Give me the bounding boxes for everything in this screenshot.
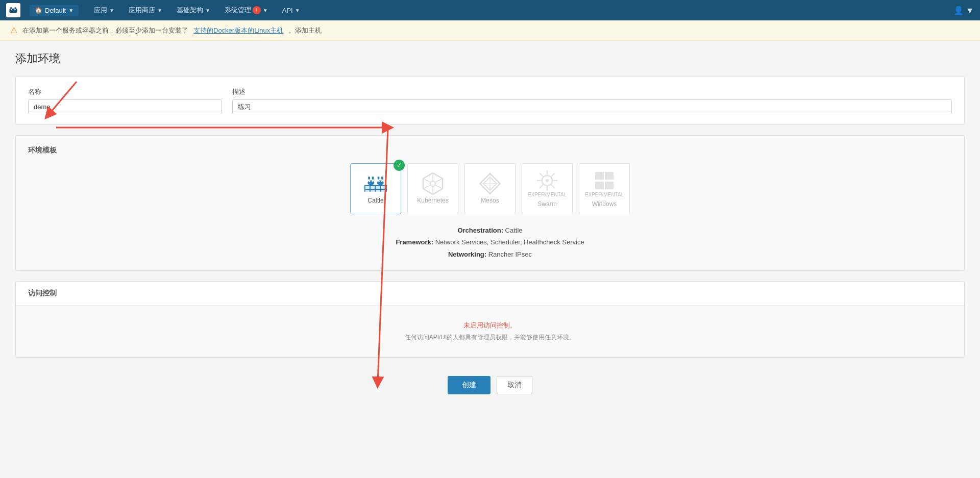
svg-line-41 [540,173,544,177]
svg-point-13 [368,181,374,185]
swarm-icon [535,170,559,191]
template-card-windows[interactable]: EXPERIMENTAL Windows [579,163,630,214]
cattle-check-badge: ✓ [394,160,405,171]
framework-label: Framework: [396,238,433,246]
navbar-brand [6,3,26,17]
svg-point-17 [372,181,373,182]
networking-value: Rancher IPsec [488,250,532,258]
svg-point-4 [14,9,16,10]
orchestration-label: Orchestration: [457,227,503,234]
navbar-right: 👤 ▼ [953,6,974,15]
navbar-menu: 应用 ▼ 应用商店 ▼ 基础架构 ▼ 系统管理 ! ▼ API ▼ [87,0,953,20]
template-cards: ✓ [28,163,952,214]
windows-experimental-label: EXPERIMENTAL [585,192,624,197]
svg-rect-12 [386,185,387,192]
desc-input[interactable] [232,99,952,114]
nav-sysadmin-arrow: ▼ [263,8,268,13]
svg-rect-9 [370,185,371,192]
form-row: 名称 描述 [28,87,952,114]
env-templates-header: 环境模板 [28,146,952,155]
page-title: 添加环境 [15,51,965,66]
access-body: 未启用访问控制。 任何访问API/UI的人都具有管理员权限，并能够使用任意环境。 [16,306,964,357]
kubernetes-icon [421,173,445,194]
template-info: Orchestration: Cattle Framework: Network… [28,224,952,260]
name-input[interactable] [28,99,222,114]
warning-bar: ⚠ 在添加第一个服务或容器之前，必须至少添加一台安装了 支持的Docker版本的… [0,20,980,41]
svg-rect-48 [605,182,614,189]
name-desc-panel: 名称 描述 [15,77,965,125]
windows-icon [592,170,617,191]
cancel-button[interactable]: 取消 [497,376,532,394]
template-card-swarm[interactable]: EXPERIMENTAL Swarm [522,163,573,214]
svg-rect-11 [380,185,381,192]
orchestration-value: Cattle [505,227,523,234]
nav-item-infra[interactable]: 基础架构 ▼ [169,0,217,20]
svg-rect-8 [364,185,365,192]
svg-line-44 [540,184,544,188]
svg-rect-47 [595,182,604,189]
footer-buttons: 创建 取消 [15,368,965,410]
svg-line-42 [551,184,554,188]
nav-item-store[interactable]: 应用商店 ▼ [121,0,169,20]
mesos-label: Mesos [481,197,499,204]
svg-rect-15 [372,177,374,180]
create-button[interactable]: 创建 [448,376,491,394]
orchestration-info: Orchestration: Cattle [28,224,952,236]
networking-label: Networking: [448,250,486,258]
nav-apps-label: 应用 [94,6,107,15]
kubernetes-label: Kubernetes [417,197,448,204]
swarm-experimental-label: EXPERIMENTAL [528,192,567,197]
warning-icon: ⚠ [10,26,17,35]
svg-rect-45 [595,172,604,180]
svg-point-18 [377,181,384,185]
svg-rect-14 [368,177,370,180]
warning-text-prefix: 在添加第一个服务或容器之前，必须至少添加一台安装了 [22,26,188,35]
desc-group: 描述 [232,87,952,114]
warning-text-suffix: 。添加主机 [288,26,322,35]
warning-link[interactable]: 支持的Docker版本的Linux主机 [193,26,283,35]
warning-badge: ! [253,6,261,14]
nav-item-sysadmin[interactable]: 系统管理 ! ▼ [217,0,275,20]
env-templates-section: 环境模板 ✓ [15,135,965,271]
name-label: 名称 [28,87,222,96]
networking-info: Networking: Rancher IPsec [28,248,952,260]
svg-point-16 [369,181,371,182]
svg-rect-19 [378,177,380,180]
svg-point-21 [378,181,380,182]
nav-item-apps[interactable]: 应用 ▼ [87,0,121,20]
user-icon[interactable]: 👤 ▼ [953,6,974,15]
svg-line-30 [423,179,430,182]
template-card-mesos[interactable]: Mesos [464,163,516,214]
svg-point-24 [430,181,435,186]
svg-rect-46 [605,172,614,180]
svg-point-3 [11,9,12,10]
swarm-label: Swarm [537,200,556,208]
framework-value: Network Services, Scheduler, Healthcheck… [435,238,584,246]
svg-line-43 [551,173,554,177]
svg-rect-20 [381,177,383,180]
svg-line-26 [435,179,443,182]
svg-line-29 [423,185,430,189]
cattle-icon [363,173,388,194]
svg-rect-10 [375,185,376,192]
nav-store-arrow: ▼ [157,8,162,13]
desc-label: 描述 [232,87,952,96]
navbar: 🏠 Default ▼ 应用 ▼ 应用商店 ▼ 基础架构 ▼ 系统管理 ! ▼ … [0,0,980,20]
nav-infra-label: 基础架构 [177,6,203,15]
env-arrow-icon: ▼ [68,8,74,13]
svg-point-22 [381,181,383,182]
framework-info: Framework: Network Services, Scheduler, … [28,236,952,248]
access-header: 访问控制 [16,282,964,306]
template-card-cattle[interactable]: ✓ [350,163,401,214]
cattle-label: Cattle [368,197,383,204]
nav-item-api[interactable]: API ▼ [275,0,307,20]
svg-point-36 [546,179,549,182]
env-selector[interactable]: 🏠 Default ▼ [30,5,79,16]
nav-sysadmin-label: 系统管理 [225,6,251,15]
mesos-icon [478,173,502,194]
nav-apps-arrow: ▼ [109,8,114,13]
nav-store-label: 应用商店 [129,6,155,15]
access-section: 访问控制 未启用访问控制。 任何访问API/UI的人都具有管理员权限，并能够使用… [15,281,965,358]
template-card-kubernetes[interactable]: Kubernetes [407,163,458,214]
nav-infra-arrow: ▼ [205,8,210,13]
